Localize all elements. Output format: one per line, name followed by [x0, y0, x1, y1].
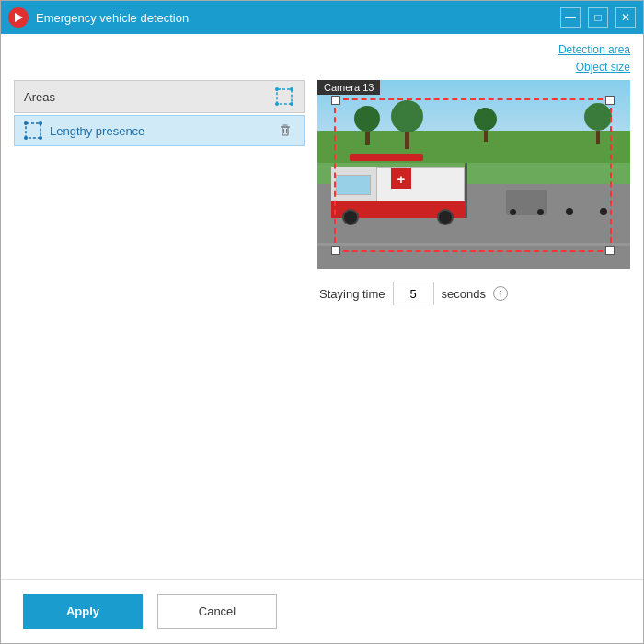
cancel-button[interactable]: Cancel	[157, 594, 277, 629]
area-item-label: Lengthy presence	[50, 124, 144, 138]
close-button[interactable]: ✕	[615, 7, 636, 28]
window-controls: — □ ✕	[560, 7, 636, 28]
minimize-button[interactable]: —	[560, 7, 581, 28]
svg-marker-0	[15, 13, 23, 22]
info-icon[interactable]: i	[493, 286, 508, 301]
svg-point-4	[275, 102, 279, 106]
staying-time-label: Staying time	[319, 287, 385, 301]
svg-point-7	[24, 121, 28, 125]
areas-label: Areas	[24, 90, 55, 104]
camera-view: Camera 13	[317, 80, 630, 269]
staying-time-input[interactable]	[393, 282, 434, 305]
right-panel: Camera 13	[317, 80, 630, 579]
handle-top-left[interactable]	[331, 96, 340, 105]
staying-time-row: Staying time seconds i	[317, 282, 630, 305]
svg-rect-6	[26, 123, 40, 138]
delete-area-button[interactable]	[276, 121, 294, 140]
top-links: Detection area Object size	[1, 34, 643, 80]
title-bar: Emergency vehicle detection — □ ✕	[1, 1, 643, 34]
window-title: Emergency vehicle detection	[36, 11, 560, 25]
areas-header: Areas	[14, 80, 305, 113]
handle-bottom-left[interactable]	[331, 246, 340, 255]
main-content: Detection area Object size Areas	[1, 34, 643, 643]
add-area-button[interactable]	[274, 86, 294, 107]
object-size-link[interactable]: Object size	[576, 59, 630, 76]
handle-top-right[interactable]	[605, 96, 615, 105]
svg-rect-11	[282, 127, 288, 135]
svg-point-8	[39, 121, 42, 125]
apply-button[interactable]: Apply	[23, 594, 143, 629]
area-item-icon	[24, 121, 42, 140]
svg-point-2	[275, 87, 279, 91]
camera-label: Camera 13	[317, 80, 380, 95]
app-logo	[8, 7, 29, 28]
svg-point-9	[24, 136, 28, 140]
staying-time-unit: seconds	[442, 287, 486, 301]
svg-point-3	[290, 87, 293, 91]
area-item-lengthy-presence[interactable]: Lengthy presence	[14, 115, 305, 146]
panels: Areas	[1, 80, 643, 579]
main-window: Emergency vehicle detection — □ ✕ Detect…	[0, 0, 644, 644]
svg-point-10	[39, 136, 42, 140]
left-panel: Areas	[14, 80, 317, 579]
svg-rect-1	[277, 89, 292, 104]
maximize-button[interactable]: □	[588, 7, 608, 28]
bottom-bar: Apply Cancel	[1, 579, 643, 643]
detection-box[interactable]	[334, 98, 612, 252]
handle-bottom-right[interactable]	[605, 246, 615, 255]
detection-area-link[interactable]: Detection area	[558, 41, 630, 59]
svg-point-5	[290, 102, 293, 106]
